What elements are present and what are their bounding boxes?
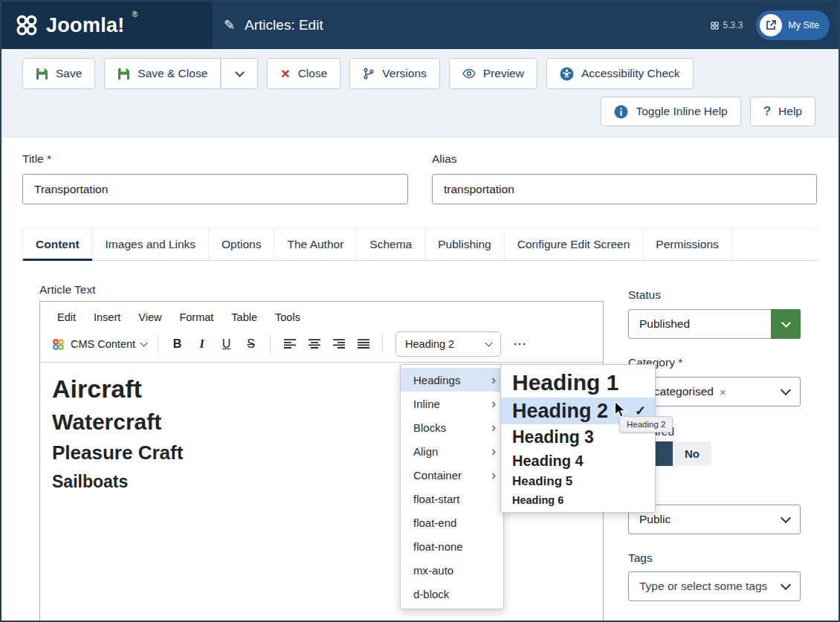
toggle-inline-help-button[interactable]: Toggle Inline Help <box>601 97 740 126</box>
chevron-down-icon <box>140 339 148 346</box>
preview-label: Preview <box>483 67 524 80</box>
toolbar-separator <box>382 335 383 353</box>
menu-item-mx-auto[interactable]: mx-auto <box>401 558 503 582</box>
my-site-button[interactable]: My Site <box>756 10 830 40</box>
editor-menu-table[interactable]: Table <box>223 308 265 326</box>
strikethrough-button[interactable]: S <box>239 332 263 356</box>
status-select-dropdown[interactable] <box>771 309 801 339</box>
editor-menu-format[interactable]: Format <box>171 308 222 326</box>
article-text-label: Article Text <box>39 283 96 297</box>
mouse-cursor <box>614 401 627 421</box>
menu-item-float-start[interactable]: float-start <box>401 487 503 511</box>
italic-button[interactable]: I <box>190 332 214 356</box>
align-right-icon <box>332 339 346 349</box>
menu-item-align[interactable]: Align › <box>401 439 503 463</box>
tab-images-and-links[interactable]: Images and Links <box>93 229 210 260</box>
format-style-select[interactable]: Heading 2 <box>395 331 501 357</box>
joomla-logo-icon <box>15 13 39 37</box>
align-left-button[interactable] <box>277 332 302 356</box>
preview-button[interactable]: Preview <box>449 58 537 89</box>
clear-selection-icon[interactable]: × <box>720 386 726 398</box>
joomla-wordmark: Joomla! <box>46 14 125 37</box>
heading-option-label: Heading 6 <box>512 494 563 506</box>
menu-item-inline[interactable]: Inline › <box>401 392 503 415</box>
submenu-item-heading-5[interactable]: Heading 5 <box>501 472 655 491</box>
chevron-down-icon <box>781 385 791 395</box>
editor-menu-tools[interactable]: Tools <box>267 308 308 326</box>
joomla-logo-area[interactable]: Joomla! ® <box>1 1 212 49</box>
align-left-icon <box>283 339 297 349</box>
submenu-arrow-icon: › <box>491 421 496 434</box>
tab-configure-edit-screen[interactable]: Configure Edit Screen <box>505 229 644 260</box>
menu-item-label: Container <box>413 469 462 482</box>
submenu-arrow-icon: › <box>491 397 496 410</box>
bold-button[interactable]: B <box>165 332 190 356</box>
align-justify-button[interactable] <box>351 332 375 356</box>
align-center-button[interactable] <box>302 332 326 356</box>
accessibility-check-button[interactable]: Accessibility Check <box>546 58 694 89</box>
save-options-caret-button[interactable] <box>221 58 258 89</box>
underline-button[interactable]: U <box>214 332 239 356</box>
toolbar-more-button[interactable]: ⋯ <box>507 336 533 352</box>
versions-button[interactable]: Versions <box>349 58 439 89</box>
menu-item-label: Blocks <box>413 421 446 434</box>
joomla-admin-page: Joomla! ® ✎ Articles: Edit 5.3.3 My Site <box>0 0 840 622</box>
close-button[interactable]: ✕ Close <box>267 58 340 89</box>
submenu-arrow-icon: › <box>491 444 496 458</box>
menu-item-headings[interactable]: Headings › <box>401 368 503 392</box>
submenu-item-heading-4[interactable]: Heading 4 <box>501 450 655 472</box>
close-x-icon: ✕ <box>280 67 290 81</box>
code-branch-icon <box>363 68 375 80</box>
tab-the-author[interactable]: The Author <box>274 229 357 260</box>
accessibility-check-label: Accessibility Check <box>581 67 680 80</box>
menu-item-container[interactable]: Container › <box>401 463 503 487</box>
help-button[interactable]: ? Help <box>750 97 815 126</box>
menu-item-label: float-start <box>413 493 460 505</box>
headings-submenu: Heading 1 Heading 2 ✓ Heading 3 Heading … <box>500 364 656 513</box>
universal-access-icon <box>560 67 574 81</box>
format-dropdown-menu: Headings › Inline › Blocks › Align › Con… <box>400 364 504 609</box>
question-mark-icon: ? <box>763 104 771 119</box>
menu-item-label: d-block <box>413 588 449 600</box>
access-value: Public <box>639 513 671 526</box>
editor-menu-insert[interactable]: Insert <box>85 308 129 326</box>
tab-schema[interactable]: Schema <box>357 229 425 260</box>
tab-options[interactable]: Options <box>209 229 274 260</box>
alias-label: Alias <box>432 152 457 166</box>
submenu-item-heading-6[interactable]: Heading 6 <box>501 491 655 509</box>
tags-select[interactable]: Type or select some tags <box>628 571 801 601</box>
joomla-mini-icon <box>710 21 720 30</box>
menu-item-float-end[interactable]: float-end <box>401 511 503 534</box>
tab-content[interactable]: Content <box>22 229 93 260</box>
my-site-label: My Site <box>788 20 819 30</box>
featured-switch-no-segment[interactable]: No <box>673 441 711 466</box>
page-title-area: ✎ Articles: Edit <box>212 17 323 33</box>
save-and-close-group: Save & Close <box>104 58 258 89</box>
tab-publishing[interactable]: Publishing <box>425 229 505 260</box>
tab-permissions[interactable]: Permissions <box>643 229 731 260</box>
toolbar-separator <box>270 335 271 353</box>
alias-input[interactable] <box>432 174 817 204</box>
editor-menu-edit[interactable]: Edit <box>49 308 84 326</box>
align-right-button[interactable] <box>326 332 351 356</box>
editor-menu-view[interactable]: View <box>130 308 169 326</box>
format-style-value: Heading 2 <box>405 338 454 350</box>
cms-content-button[interactable]: CMS Content <box>48 335 151 354</box>
chevron-down-icon <box>781 580 791 590</box>
status-label: Status <box>628 288 661 302</box>
menu-item-float-none[interactable]: float-none <box>401 534 503 558</box>
menu-item-blocks[interactable]: Blocks › <box>401 415 503 439</box>
status-select[interactable]: Published <box>628 309 801 339</box>
chevron-down-icon <box>781 318 791 328</box>
menu-item-label: float-end <box>413 516 456 529</box>
chevron-down-icon <box>485 339 493 346</box>
heading-option-label: Heading 3 <box>512 427 594 447</box>
save-and-close-button[interactable]: Save & Close <box>104 58 221 89</box>
save-button[interactable]: Save <box>22 58 95 89</box>
title-input[interactable] <box>22 174 408 204</box>
submenu-item-heading-1[interactable]: Heading 1 <box>501 368 655 398</box>
editor-menubar: Edit Insert View Format Table Tools <box>40 302 603 329</box>
heading-option-label: Heading 1 <box>512 370 618 395</box>
save-icon <box>36 68 48 80</box>
menu-item-d-block[interactable]: d-block <box>401 582 503 606</box>
